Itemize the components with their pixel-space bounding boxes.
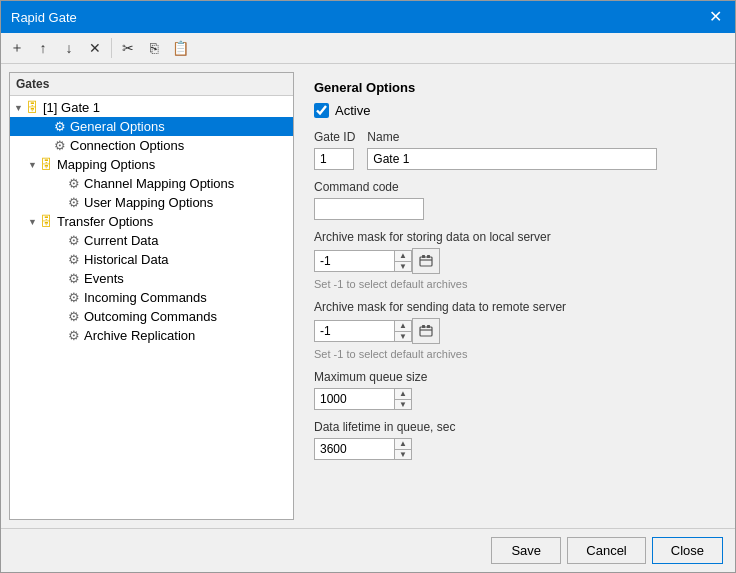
archive-local-input-row: ▲ ▼ (314, 248, 715, 274)
tree-body: ▼ 🗄 [1] Gate 1 ⚙ General Options ⚙ Conne… (10, 96, 293, 347)
tree-item-connection-options[interactable]: ⚙ Connection Options (10, 136, 293, 155)
command-code-group: Command code (314, 180, 715, 220)
svg-rect-5 (427, 325, 430, 328)
settings-icon: ⚙ (68, 290, 80, 305)
data-lifetime-spin-up[interactable]: ▲ (395, 439, 411, 450)
active-checkbox[interactable] (314, 103, 329, 118)
archive-remote-browse-button[interactable] (412, 318, 440, 344)
expand-icon: ▼ (28, 217, 38, 227)
archive-local-hint: Set -1 to select default archives (314, 278, 715, 290)
gate-id-label: Gate ID (314, 130, 355, 144)
tree-item-label: Incoming Commands (84, 290, 207, 305)
command-code-input[interactable] (314, 198, 424, 220)
tree-item-label: Mapping Options (57, 157, 155, 172)
settings-icon: ⚙ (54, 138, 66, 153)
folder-icon: 🗄 (26, 100, 39, 115)
tree-item-label: Channel Mapping Options (84, 176, 234, 191)
archive-local-spin-up[interactable]: ▲ (395, 251, 411, 262)
gate-id-group: Gate ID (314, 130, 355, 170)
window-close-button[interactable]: ✕ (705, 7, 725, 27)
archive-remote-input-row: ▲ ▼ (314, 318, 715, 344)
cut-button[interactable]: ✂ (116, 36, 140, 60)
archive-local-spin-down[interactable]: ▼ (395, 262, 411, 272)
tree-item-label: General Options (70, 119, 165, 134)
archive-local-group: Archive mask for storing data on local s… (314, 230, 715, 300)
svg-rect-1 (422, 255, 425, 258)
tree-item-label: Transfer Options (57, 214, 153, 229)
active-checkbox-row: Active (314, 103, 715, 118)
data-lifetime-input[interactable] (314, 438, 394, 460)
tree-item-label: Outcoming Commands (84, 309, 217, 324)
archive-remote-input[interactable] (314, 320, 394, 342)
tree-item-incoming-commands[interactable]: ⚙ Incoming Commands (10, 288, 293, 307)
cancel-button[interactable]: Cancel (567, 537, 645, 564)
paste-button[interactable]: 📋 (168, 36, 192, 60)
copy-button[interactable]: ⎘ (142, 36, 166, 60)
content-area: Gates ▼ 🗄 [1] Gate 1 ⚙ General Options (1, 64, 735, 528)
settings-icon: ⚙ (68, 328, 80, 343)
down-button[interactable]: ↓ (57, 36, 81, 60)
tree-item-label: Current Data (84, 233, 158, 248)
settings-icon: ⚙ (68, 309, 80, 324)
max-queue-group: Maximum queue size ▲ ▼ (314, 370, 715, 410)
data-lifetime-spin-down[interactable]: ▼ (395, 450, 411, 460)
save-button[interactable]: Save (491, 537, 561, 564)
archive-remote-label: Archive mask for sending data to remote … (314, 300, 715, 314)
archive-remote-spin-down[interactable]: ▼ (395, 332, 411, 342)
max-queue-spin-up[interactable]: ▲ (395, 389, 411, 400)
tree-item-general-options[interactable]: ⚙ General Options (10, 117, 293, 136)
settings-icon: ⚙ (68, 233, 80, 248)
svg-rect-4 (422, 325, 425, 328)
archive-local-spin-buttons: ▲ ▼ (394, 250, 412, 272)
data-lifetime-group: Data lifetime in queue, sec ▲ ▼ (314, 420, 715, 460)
max-queue-spin: ▲ ▼ (314, 388, 715, 410)
archive-remote-hint: Set -1 to select default archives (314, 348, 715, 360)
right-panel: General Options Active Gate ID Name (302, 72, 727, 520)
tree-item-outcoming-commands[interactable]: ⚙ Outcoming Commands (10, 307, 293, 326)
tree-item-current-data[interactable]: ⚙ Current Data (10, 231, 293, 250)
svg-rect-0 (420, 257, 432, 266)
max-queue-input[interactable] (314, 388, 394, 410)
name-input[interactable] (367, 148, 657, 170)
data-lifetime-label: Data lifetime in queue, sec (314, 420, 715, 434)
svg-rect-3 (420, 327, 432, 336)
delete-button[interactable]: ✕ (83, 36, 107, 60)
gate-id-input[interactable] (314, 148, 354, 170)
dialog: Rapid Gate ✕ ＋ ↑ ↓ ✕ ✂ ⎘ 📋 Gates ▼ 🗄 [1]… (0, 0, 736, 573)
tree-item-transfer-options[interactable]: ▼ 🗄 Transfer Options (10, 212, 293, 231)
expand-icon: ▼ (28, 160, 38, 170)
tree-item-label: Historical Data (84, 252, 169, 267)
folder-icon: 🗄 (40, 157, 53, 172)
tree-item-mapping-options[interactable]: ▼ 🗄 Mapping Options (10, 155, 293, 174)
archive-remote-spin-up[interactable]: ▲ (395, 321, 411, 332)
active-label: Active (335, 103, 370, 118)
tree-item-historical-data[interactable]: ⚙ Historical Data (10, 250, 293, 269)
tree-item-gate1[interactable]: ▼ 🗄 [1] Gate 1 (10, 98, 293, 117)
data-lifetime-spin-buttons: ▲ ▼ (394, 438, 412, 460)
browse-icon (419, 254, 433, 268)
add-button[interactable]: ＋ (5, 36, 29, 60)
section-title: General Options (314, 80, 715, 95)
settings-icon: ⚙ (68, 271, 80, 286)
archive-remote-group: Archive mask for sending data to remote … (314, 300, 715, 370)
folder-icon: 🗄 (40, 214, 53, 229)
tree-item-events[interactable]: ⚙ Events (10, 269, 293, 288)
max-queue-label: Maximum queue size (314, 370, 715, 384)
toolbar: ＋ ↑ ↓ ✕ ✂ ⎘ 📋 (1, 33, 735, 64)
up-button[interactable]: ↑ (31, 36, 55, 60)
tree-item-user-mapping[interactable]: ⚙ User Mapping Options (10, 193, 293, 212)
settings-icon: ⚙ (54, 119, 66, 134)
archive-local-input[interactable] (314, 250, 394, 272)
archive-remote-spin: ▲ ▼ (314, 320, 412, 342)
gate-id-name-row: Gate ID Name (314, 130, 715, 170)
tree-item-channel-mapping[interactable]: ⚙ Channel Mapping Options (10, 174, 293, 193)
max-queue-spin-buttons: ▲ ▼ (394, 388, 412, 410)
archive-local-browse-button[interactable] (412, 248, 440, 274)
max-queue-spin-down[interactable]: ▼ (395, 400, 411, 410)
tree-panel: Gates ▼ 🗄 [1] Gate 1 ⚙ General Options (9, 72, 294, 520)
tree-item-label: Connection Options (70, 138, 184, 153)
tree-item-archive-replication[interactable]: ⚙ Archive Replication (10, 326, 293, 345)
tree-item-label: Archive Replication (84, 328, 195, 343)
tree-item-label: Events (84, 271, 124, 286)
close-button[interactable]: Close (652, 537, 723, 564)
